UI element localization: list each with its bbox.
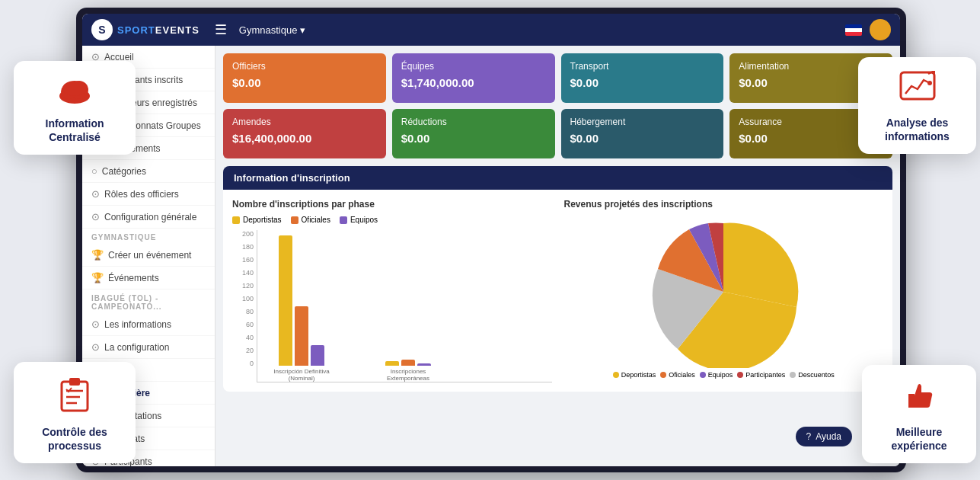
logo-icon: S [91,19,113,40]
ayuda-button[interactable]: ? Ayuda [796,427,853,446]
svg-point-5 [927,81,932,85]
flag-icon [845,24,862,36]
float-card-label: Analyse desinformations [885,116,950,143]
cloud-icon [56,75,93,110]
ayuda-label: Ayuda [816,431,841,442]
hamburger-icon[interactable]: ☰ [215,21,227,38]
sidebar-item-roles-officiers[interactable]: ⊙ Rôles des officiers [82,183,215,206]
pie-legend: Deportistas Oficiales Equipos [613,371,835,379]
legend-dot [340,216,347,224]
float-card-experience: Meilleureexpérience [862,365,976,463]
stat-label: Équipes [401,61,546,72]
bars [385,221,431,366]
bar-chart-panel: Nombre d'inscriptions par phase Deportis… [232,199,552,382]
y-label: 100 [232,295,254,302]
pie-svg [647,216,800,368]
logo-area: S SPORTEVENTS [91,19,200,40]
sidebar-item-les-informations[interactable]: ⊙ Les informations [82,313,215,336]
legend-color-dot [700,372,706,378]
y-label: 80 [232,308,254,315]
pie-legend-label: Deportistas [621,371,656,379]
stats-grid: Officiers $0.00 Équipes $1,740,000.00 Tr… [223,53,892,158]
sidebar-label: Catégories [102,166,146,177]
pie-legend-label: Participantes [745,371,785,379]
sidebar-label: Configuration générale [104,212,196,222]
sidebar-item-creer-evenement[interactable]: 🏆 Créer un événement [82,244,215,267]
sidebar-item-configuration-gen[interactable]: ⊙ Configuration générale [82,206,215,229]
sidebar-label: Créer un événement [108,250,191,261]
thumbs-up-icon [902,379,936,419]
legend-color-dot [737,372,743,378]
y-label: 140 [232,269,254,277]
y-label: 160 [232,256,254,264]
svg-rect-4 [901,72,934,99]
bar-chart-title: Nombre d'inscriptions par phase [232,199,552,210]
sidebar-item-la-configuration[interactable]: ⊙ La configuration [82,336,215,359]
y-label: 180 [232,243,254,251]
pie-legend-participantes: Participantes [737,371,785,379]
sidebar-item-evenements[interactable]: 🏆 Événements [82,267,215,290]
stat-label: Réductions [401,117,546,127]
stat-card-transport: Transport $0.00 [561,53,724,103]
pie-legend-label: Oficiales [669,371,695,379]
float-card-analyse: Analyse desinformations [858,57,976,154]
bar-equipos [417,363,431,366]
question-icon: ? [806,431,812,442]
roles-icon: ⊙ [91,188,100,200]
stat-card-reductions: Réductions $0.00 [392,109,555,158]
sidebar-label: La configuration [104,342,169,353]
sidebar-label: Événements [108,273,159,283]
section-header: Information d'inscription [223,166,892,190]
chart-svg [899,71,936,103]
float-card-controle: Contrôle desprocessus [14,362,136,463]
float-card-label: InformationCentralisé [46,117,104,144]
y-label: 120 [232,282,254,290]
laptop-screen: S SPORTEVENTS ☰ Gymnastique ▾ ⊙ Accueil [82,14,900,466]
clipboard-svg [59,376,91,412]
stat-card-officiers: Officiers $0.00 [223,53,386,103]
stat-card-equipes: Équipes $1,740,000.00 [392,53,555,103]
float-card-info-centralise: InformationCentralisé [14,61,136,155]
pie-legend-label: Equipos [708,371,733,379]
legend-color-dot [660,372,666,378]
bar-group-label: Inscripción Definitiva (Nominal) [263,368,340,382]
svg-point-3 [62,81,87,96]
float-card-label: Meilleureexpérience [891,425,946,453]
sidebar-section-gymnastic: GYMNASTIQUE [82,229,215,244]
chart-line-icon [899,71,936,110]
sidebar-label: Les informations [104,319,171,330]
bar-chart-container: 0 20 40 60 80 100 120 140 160 180 [232,230,552,382]
categories-icon: ○ [91,165,97,177]
legend-dot [232,216,240,224]
stat-value: $0.00 [232,76,377,89]
legend-color-dot [790,372,796,378]
trophy-icon: 🏆 [91,249,104,261]
clipboard-icon [59,376,91,419]
top-nav: S SPORTEVENTS ☰ Gymnastique ▾ [82,14,900,46]
main-layout: ⊙ Accueil ⊙ Participants inscrits ⊙ Util… [82,46,900,466]
sidebar-item-categories[interactable]: ○ Catégories [82,160,215,183]
bars-area: Inscripción Definitiva (Nominal) [257,230,552,382]
stat-value: $0.00 [570,132,715,145]
stat-value: $1,740,000.00 [401,76,546,89]
stat-label: Amendes [232,117,377,127]
config2-icon: ⊙ [91,341,100,353]
pie-chart-title: Revenus projetés des inscriptions [564,199,884,210]
pie-chart-panel: Revenus projetés des inscriptions [564,199,884,382]
bar-group-label: Inscripciones Extemporáneas [370,368,446,382]
bar-equipos [311,345,324,366]
avatar [870,19,891,40]
trophy2-icon: 🏆 [91,272,104,283]
logo-events: EVENTS [155,24,200,36]
nav-dropdown-label: Gymnastique [239,24,298,36]
stat-card-hebergement: Hébergement $0.00 [561,109,724,158]
stat-value: $0.00 [401,132,546,145]
y-label: 0 [232,360,254,367]
bar-group-2: Inscripciones Extemporáneas [370,221,446,382]
main-content: Officiers $0.00 Équipes $1,740,000.00 Tr… [215,46,900,466]
inscription-section: Information d'inscription Nombre d'inscr… [223,166,892,392]
y-label: 200 [232,230,254,238]
stat-value: $0.00 [570,76,715,89]
pie-legend-deportistas: Deportistas [613,371,656,379]
nav-dropdown[interactable]: Gymnastique ▾ [239,24,306,36]
